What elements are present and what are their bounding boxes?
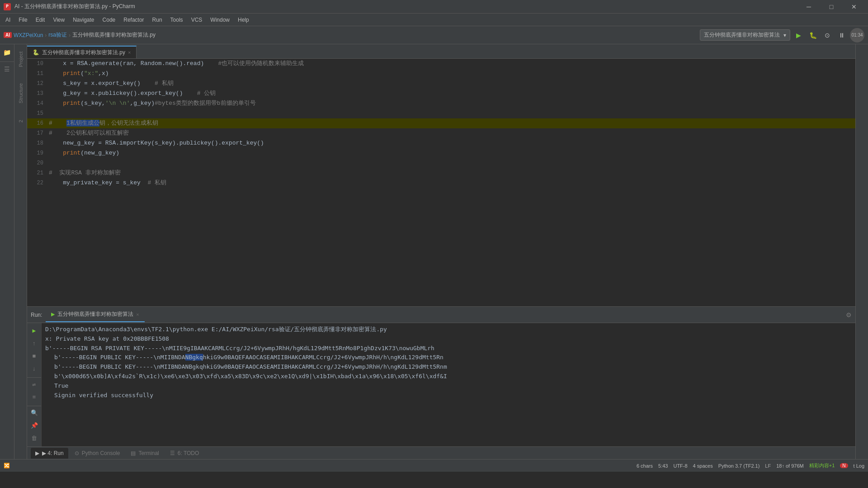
run-tab-main[interactable]: ▶ 五分钟彻底弄懂非对称加密算法 × (46, 308, 144, 322)
code-line-20: 20 (27, 158, 855, 168)
status-chars[interactable]: 6 chars (637, 463, 653, 469)
breadcrumb: AI WXZPeiXun › rsa验证 › 五分钟彻底弄懂非对称加密算法.py (4, 31, 156, 39)
run-output-line-0: D:\ProgramData\Anaconda3\envs\TF2.1\pyth… (45, 325, 852, 334)
window-controls: ─ □ ✕ (798, 0, 864, 14)
run-pin-button[interactable]: 📌 (28, 420, 40, 432)
left-sidebar: 📁 ☰ (0, 44, 14, 459)
menu-tools[interactable]: Tools (167, 15, 187, 25)
run-output-line-2: b'-----BEGIN RSA PRIVATE KEY-----\nMIIE9… (45, 344, 852, 353)
panel-tab-structure[interactable]: Structure (16, 80, 25, 107)
bottom-tab-run[interactable]: ▶ ▶ 4: Run (31, 448, 68, 459)
breadcrumb-rsa[interactable]: rsa验证 (48, 31, 67, 39)
code-line-14: 14 print(s_key,'\n \n',g_key)#bytes类型的数据… (27, 99, 855, 108)
python-console-icon: ⊙ (75, 450, 79, 456)
run-output-line-4: b'-----BEGIN PUBLIC KEY-----\nMIIBNDANBg… (45, 353, 852, 362)
menu-run[interactable]: Run (149, 15, 166, 25)
code-line-11: 11 print("x:",x) (27, 69, 855, 79)
bottom-tab-terminal[interactable]: ▤ Terminal (126, 448, 163, 459)
run-wrap-button[interactable]: ⇌ (28, 379, 40, 390)
debug-button[interactable]: 🐛 (807, 29, 819, 42)
sidebar-structure-icon[interactable]: ☰ (1, 63, 14, 75)
breadcrumb-wxz[interactable]: WXZPeiXun (14, 32, 43, 38)
run-settings-button[interactable]: ⚙ (846, 311, 852, 319)
toolbar-right: 五分钟彻底弄懂非对称加密算法 ▾ ▶ 🐛 ⊙ ⏸ 01:34 (700, 28, 864, 42)
status-position[interactable]: 5:43 (658, 463, 668, 469)
minimize-button[interactable]: ─ (798, 0, 819, 14)
menu-edit[interactable]: Edit (32, 15, 49, 25)
run-output-line-6: b'\x000d65\x0b]A\xf4u2s`R\x1c)\xe6\xe3\x… (45, 372, 852, 381)
status-line-ending: LF (765, 463, 771, 469)
tab-close-button[interactable]: × (128, 50, 131, 55)
run-output-line-5: b'-----BEGIN PUBLIC KEY-----\nMIIBNDANBg… (45, 362, 852, 372)
toolbar: AI WXZPeiXun › rsa验证 › 五分钟彻底弄懂非对称加密算法.py… (0, 26, 868, 44)
status-right: 6 chars 5:43 UTF-8 4 spaces Python 3.7 (… (637, 462, 864, 469)
run-tab-icon: ▶ (35, 450, 39, 456)
run-inner: ▶ ↑ ■ ↓ ⇌ ≡ 🔍 📌 🗑 D:\ProgramData\Anacond… (27, 323, 855, 446)
run-down-button[interactable]: ↓ (28, 363, 40, 375)
run-filter-button[interactable]: 🔍 (28, 407, 40, 419)
status-badge: N (840, 463, 848, 468)
menu-view[interactable]: View (49, 15, 68, 25)
todo-icon: ☰ (170, 450, 175, 456)
code-lines: 10 x = RSA.generate(ran, Random.new().re… (27, 59, 855, 188)
ai-badge: AI (4, 32, 12, 38)
panel-tab-project[interactable]: Project (16, 48, 25, 70)
run-tab-close[interactable]: × (136, 312, 139, 317)
code-line-13: 13 g_key = x.publickey().export_key() # … (27, 89, 855, 99)
sidebar-project-icon[interactable]: 📁 (1, 46, 14, 59)
profile-button[interactable]: ⏸ (835, 29, 848, 42)
menu-ai[interactable]: AI (2, 15, 14, 25)
menu-refactor[interactable]: Refactor (120, 15, 147, 25)
run-config-dropdown[interactable]: 五分钟彻底弄懂非对称加密算法 ▾ (700, 29, 790, 41)
code-line-18: 18 new_g_key = RSA.importKey(s_key).publ… (27, 138, 855, 148)
code-line-19: 19 print(new_g_key) (27, 148, 855, 158)
run-trash-button[interactable]: 🗑 (28, 432, 40, 444)
run-output: D:\ProgramData\Anaconda3\envs\TF2.1\pyth… (42, 323, 855, 446)
code-content[interactable]: 10 x = RSA.generate(ran, Random.new().re… (27, 59, 855, 306)
run-stop-button[interactable]: ■ (28, 350, 40, 362)
menu-vcs[interactable]: VCS (188, 15, 206, 25)
menu-code[interactable]: Code (99, 15, 119, 25)
menu-help[interactable]: Help (234, 15, 253, 25)
status-left: 🔀 (4, 463, 10, 469)
editor-area: 🐍 五分钟彻底弄懂非对称加密算法.py × 10 x = RSA.generat… (27, 44, 855, 459)
close-button[interactable]: ✕ (844, 0, 864, 14)
run-up-button[interactable]: ↑ (28, 338, 40, 349)
terminal-icon: ▤ (131, 450, 136, 456)
bottom-tab-python-console[interactable]: ⊙ Python Console (70, 448, 125, 459)
app-icon: P (4, 3, 11, 10)
status-highlight[interactable]: 精彩内容+1 (809, 462, 835, 469)
run-output-line-1: x: Private RSA key at 0x20BBBFE1508 (45, 334, 852, 344)
menu-file[interactable]: File (15, 15, 31, 25)
code-line-22: 22 my_private_key = s_key # 私钥 (27, 178, 855, 188)
bottom-tab-todo[interactable]: ☰ 6: TODO (165, 448, 204, 459)
coverage-button[interactable]: ⊙ (821, 29, 834, 42)
run-button[interactable]: ▶ (792, 29, 805, 42)
right-sidebar (855, 44, 868, 459)
panel-tab-2[interactable]: 2 (16, 116, 25, 126)
code-line-16: 16 # 1私钥生成公钥，公钥无法生成私钥 (27, 118, 855, 128)
maximize-button[interactable]: □ (821, 0, 842, 14)
main-layout: 📁 ☰ Project Structure 2 🐍 五分钟彻底弄懂非对称加密算法… (0, 44, 868, 459)
python-file-icon: 🐍 (33, 49, 39, 56)
run-label: Run: (31, 312, 42, 318)
title-text: AI - 五分钟彻底弄懂非对称加密算法.py - PyCharm (14, 3, 135, 10)
menu-bar: AI File Edit View Navigate Code Refactor… (0, 14, 868, 26)
code-line-10: 10 x = RSA.generate(ran, Random.new().re… (27, 59, 855, 69)
run-align-button[interactable]: ≡ (28, 391, 40, 403)
title-bar: P AI - 五分钟彻底弄懂非对称加密算法.py - PyCharm ─ □ ✕ (0, 0, 868, 14)
status-git[interactable]: 18↑ of 976M (776, 463, 804, 469)
status-indent[interactable]: 4 spaces (693, 463, 713, 469)
status-notification[interactable]: t Log (854, 463, 864, 469)
code-line-12: 12 s_key = x.export_key() # 私钥 (27, 79, 855, 89)
panel-tabs-left: Project Structure 2 (14, 44, 27, 459)
editor-tabs: 🐍 五分钟彻底弄懂非对称加密算法.py × (27, 44, 855, 59)
status-encoding[interactable]: UTF-8 (673, 463, 687, 469)
status-python[interactable]: Python 3.7 (TF2.1) (718, 463, 760, 469)
editor-tab-main[interactable]: 🐍 五分钟彻底弄懂非对称加密算法.py × (27, 46, 137, 58)
run-tab-icon: ▶ (51, 311, 55, 317)
menu-window[interactable]: Window (207, 15, 233, 25)
menu-navigate[interactable]: Navigate (69, 15, 98, 25)
run-play-button[interactable]: ▶ (28, 325, 40, 337)
status-vcs-icon[interactable]: 🔀 (4, 463, 10, 469)
